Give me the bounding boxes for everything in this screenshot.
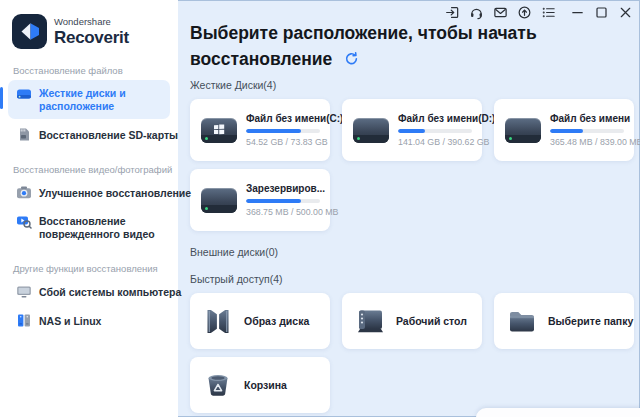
disk-size: 365.48 MB / 839.00 MB: [550, 137, 624, 147]
disk-card-c[interactable]: Файл без имени(C:) 54.52 GB / 73.83 GB: [190, 99, 330, 161]
refresh-icon[interactable]: [344, 47, 359, 62]
brand-product: Recoverit: [54, 29, 129, 46]
sidebar-section-video-photo: Восстановление видео/фотографий: [13, 164, 178, 175]
drive-icon: [201, 188, 237, 213]
disk-name: Файл без имени: [550, 113, 624, 124]
sidebar-item-nas-linux[interactable]: NAS и Linux: [8, 307, 170, 334]
video-repair-icon: [16, 214, 32, 229]
hard-disks-row-1: Файл без имени(C:) 54.52 GB / 73.83 GB Ф…: [190, 99, 640, 161]
sidebar-section-file-recovery: Восстановление файлов: [13, 65, 178, 76]
selected-indicator: [0, 87, 3, 109]
quick-card-disk-image[interactable]: Образ диска: [190, 293, 330, 349]
quick-card-recycle-bin[interactable]: Корзина: [190, 357, 330, 413]
quick-card-choose-folder[interactable]: Выберите папку: [494, 293, 634, 349]
menu-list-icon[interactable]: [541, 5, 556, 20]
hard-disks-section-label: Жесткие Диски(4): [190, 79, 640, 91]
camera-icon: [16, 185, 32, 200]
quick-access-row-2: Корзина: [190, 357, 640, 413]
hard-disks-row-2: Зарезервиров... 368.75 MB / 500.00 MB: [190, 169, 640, 231]
sidebar-item-corrupted-video[interactable]: Восстановление поврежденного видео: [8, 208, 170, 247]
quick-card-desktop[interactable]: Рабочий стол: [342, 293, 482, 349]
disk-card-d[interactable]: Файл без имени(D:) 141.04 GB / 390.62 GB: [342, 99, 482, 161]
desktop-icon: [355, 308, 385, 335]
main-panel: Выберите расположение, чтобы начать восс…: [178, 0, 640, 417]
quick-card-label: Выберите папку: [548, 315, 633, 327]
close-icon[interactable]: [618, 5, 633, 20]
popup-panel-corner: [476, 408, 640, 417]
quick-access-row-1: Образ диска Рабочий стол: [190, 293, 640, 349]
quick-card-label: Образ диска: [244, 315, 309, 327]
brand-company: Wondershare: [54, 17, 129, 27]
minimize-icon[interactable]: [570, 5, 585, 20]
disk-name: Зарезервиров...: [246, 183, 320, 194]
computer-icon: [16, 284, 32, 299]
disk-usage-bar: [246, 129, 320, 133]
external-disks-section-label: Внешние диски(0): [190, 246, 640, 258]
quick-card-label: Корзина: [244, 379, 287, 391]
disk-size: 368.75 MB / 500.00 MB: [246, 207, 320, 217]
drive-icon: [353, 118, 389, 143]
titlebar-toolbar: [445, 5, 633, 20]
disk-size: 54.52 GB / 73.83 GB: [246, 137, 320, 147]
drive-icon: [505, 118, 541, 143]
sidebar-item-label: Жесткие диски и расположение: [39, 86, 162, 113]
nas-server-icon: [16, 313, 32, 328]
sidebar-section-other: Другие функции восстановления: [13, 263, 178, 274]
disk-name: Файл без имени(C:): [246, 113, 320, 124]
disk-usage-bar: [398, 129, 472, 133]
sidebar-item-hard-drives[interactable]: Жесткие диски и расположение: [8, 80, 170, 119]
disk-image-icon: [203, 308, 233, 335]
sidebar-item-sd-card[interactable]: Восстановление SD-карты: [8, 121, 170, 148]
quick-access-section-label: Быстрый доступ(4): [190, 273, 640, 285]
disk-card-unnamed[interactable]: Файл без имени 365.48 MB / 839.00 MB: [494, 99, 634, 161]
sidebar-item-enhanced-recovery[interactable]: Улучшенное восстановление: [8, 179, 170, 206]
page-title: Выберите расположение, чтобы начать восс…: [190, 20, 640, 72]
quick-card-label: Рабочий стол: [396, 315, 467, 327]
windows-drive-icon: [201, 118, 237, 143]
sidebar-item-label: Восстановление SD-карты: [39, 128, 178, 142]
sd-card-icon: [16, 127, 32, 142]
sidebar-item-label: NAS и Linux: [39, 314, 101, 328]
disk-card-reserved[interactable]: Зарезервиров... 368.75 MB / 500.00 MB: [190, 169, 330, 231]
disk-usage-bar: [246, 199, 320, 203]
disk-usage-bar: [550, 129, 624, 133]
recoverit-window: Wondershare Recoverit Восстановление фай…: [0, 0, 640, 417]
support-headset-icon[interactable]: [469, 5, 484, 20]
maximize-icon[interactable]: [594, 5, 609, 20]
sidebar-item-label: Улучшенное восстановление: [39, 186, 191, 200]
recoverit-logo-icon: [12, 14, 47, 49]
sidebar-item-system-crash[interactable]: Сбой системы компьютера: [8, 278, 170, 305]
sidebar-item-label: Восстановление поврежденного видео: [39, 214, 162, 241]
sidebar-item-label: Сбой системы компьютера: [39, 285, 181, 299]
login-icon[interactable]: [445, 5, 460, 20]
app-logo: Wondershare Recoverit: [0, 0, 178, 49]
disk-name: Файл без имени(D:): [398, 113, 472, 124]
disk-size: 141.04 GB / 390.62 GB: [398, 137, 472, 147]
recycle-bin-icon: [203, 372, 233, 399]
hard-drive-icon: [16, 86, 32, 101]
upgrade-icon[interactable]: [517, 5, 532, 20]
sidebar: Wondershare Recoverit Восстановление фай…: [0, 0, 178, 417]
feedback-mail-icon[interactable]: [493, 5, 508, 20]
folder-icon: [507, 308, 537, 335]
